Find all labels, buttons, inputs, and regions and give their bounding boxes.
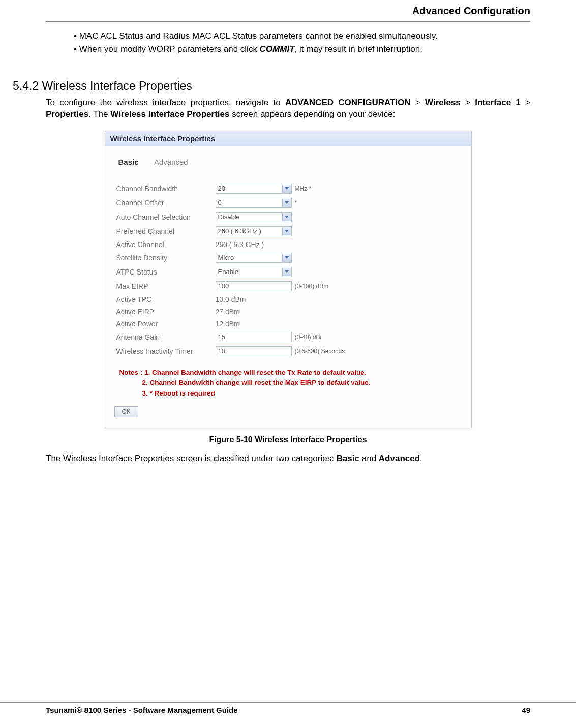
bullet-text: • When you modify WORP parameters and cl… — [74, 44, 260, 54]
select-channel-offset[interactable]: 0 — [216, 198, 292, 208]
select-preferred-channel[interactable]: 260 ( 6.3GHz ) — [216, 226, 292, 236]
page-footer: Tsunami® 8100 Series - Software Manageme… — [0, 702, 576, 719]
select-satellite-density[interactable]: Micro — [216, 253, 292, 263]
input-max-eirp[interactable]: 100 — [216, 281, 292, 291]
bullet-mark: • — [74, 31, 79, 41]
figure-caption: Figure 5-10 Wireless Interface Propertie… — [46, 435, 530, 444]
input-value: 100 — [218, 282, 229, 290]
value-active-tpc: 10.0 dBm — [216, 295, 246, 304]
ok-button[interactable]: OK — [114, 406, 138, 417]
commit-keyword: COMMIT — [260, 44, 295, 54]
nav-sep: > — [461, 98, 475, 107]
label-channel-bandwidth: Channel Bandwidth — [116, 185, 216, 193]
select-atpc-status[interactable]: Enable — [216, 267, 292, 277]
section-heading: 5.4.2 Wireless Interface Properties — [13, 79, 530, 93]
tab-bar: Basic Advanced — [116, 156, 460, 168]
nav-path: Wireless — [425, 98, 461, 107]
suffix-mhz: MHz * — [295, 185, 312, 192]
value-active-channel: 260 ( 6.3 GHz ) — [216, 240, 264, 249]
bullet-item: • When you modify WORP parameters and cl… — [74, 43, 530, 56]
label-atpc-status: ATPC Status — [116, 268, 216, 276]
input-value: 15 — [218, 333, 225, 341]
footer-page-number: 49 — [522, 706, 530, 714]
label-preferred-channel: Preferred Channel — [116, 227, 216, 235]
notes-block: Notes : 1. Channel Bandwidth change will… — [119, 368, 460, 400]
select-value: 0 — [218, 199, 222, 206]
select-channel-bandwidth[interactable]: 20 — [216, 184, 292, 194]
label-antenna-gain: Antenna Gain — [116, 333, 216, 341]
nav-path: ADVANCED CONFIGURATION — [285, 98, 411, 107]
label-max-eirp: Max EIRP — [116, 282, 216, 290]
post-text: and — [359, 453, 379, 463]
label-inactivity-timer: Wireless Inactivity Timer — [116, 347, 216, 355]
nav-sep: > — [411, 98, 425, 107]
select-value: 260 ( 6.3GHz ) — [218, 227, 261, 235]
post-text: The Wireless Interface Properties screen… — [46, 453, 337, 463]
section-title: Wireless Interface Properties — [42, 79, 192, 93]
screen-name: Wireless Interface Properties — [110, 109, 229, 119]
input-antenna-gain[interactable]: 15 — [216, 332, 292, 342]
chevron-down-icon — [282, 199, 291, 207]
chevron-down-icon — [282, 185, 291, 193]
category-basic: Basic — [337, 453, 359, 463]
label-satellite-density: Satellite Density — [116, 254, 216, 262]
label-active-channel: Active Channel — [116, 240, 216, 249]
tab-advanced[interactable]: Advanced — [152, 156, 199, 168]
input-inactivity-timer[interactable]: 10 — [216, 346, 292, 356]
notes-prefix: Notes : — [119, 369, 145, 376]
chevron-down-icon — [282, 213, 291, 221]
post-paragraph: The Wireless Interface Properties screen… — [46, 453, 530, 464]
select-acs[interactable]: Disable — [216, 212, 292, 222]
intro-text: . The — [88, 109, 110, 119]
note-1: 1. Channel Bandwidth change will reset t… — [144, 369, 367, 376]
intro-text: screen appears depending on your device: — [229, 109, 395, 119]
nav-path: Interface 1 — [475, 98, 521, 107]
chevron-down-icon — [282, 254, 291, 262]
note-2: 2. Channel Bandwidth change will reset t… — [142, 379, 371, 386]
wip-panel: Wireless Interface Properties Basic Adva… — [105, 131, 472, 429]
page-header: Advanced Configuration — [46, 5, 530, 17]
category-advanced: Advanced — [379, 453, 420, 463]
divider — [46, 21, 530, 22]
footer-left: Tsunami® 8100 Series - Software Manageme… — [46, 706, 238, 714]
chevron-down-icon — [282, 268, 291, 276]
section-number: 5.4.2 — [13, 79, 39, 93]
select-value: Micro — [218, 254, 234, 261]
label-active-eirp: Active EIRP — [116, 308, 216, 316]
tab-basic[interactable]: Basic — [116, 156, 150, 168]
bullet-text: , it may result in brief interruption. — [295, 44, 422, 54]
bullet-text: MAC ACL Status and Radius MAC ACL Status… — [79, 31, 438, 41]
note-3: 3. * Reboot is required — [142, 389, 215, 397]
bullet-item: • MAC ACL Status and Radius MAC ACL Stat… — [74, 29, 530, 43]
value-active-power: 12 dBm — [216, 320, 240, 328]
suffix-inactivity-timer: (0,5-600) Seconds — [295, 348, 345, 355]
select-value: Enable — [218, 268, 238, 276]
label-acs: Auto Channel Selection — [116, 213, 216, 221]
select-value: Disable — [218, 213, 240, 221]
input-value: 10 — [218, 347, 225, 355]
value-active-eirp: 27 dBm — [216, 308, 240, 316]
post-text: . — [420, 453, 422, 463]
select-value: 20 — [218, 185, 225, 192]
suffix-asterisk: * — [295, 199, 297, 206]
intro-paragraph: To configure the wireless interface prop… — [46, 97, 530, 120]
intro-text: To configure the wireless interface prop… — [46, 98, 285, 107]
chevron-down-icon — [282, 227, 291, 235]
label-channel-offset: Channel Offset — [116, 199, 216, 207]
suffix-max-eirp: (0-100) dBm — [295, 283, 329, 290]
label-active-power: Active Power — [116, 320, 216, 328]
nav-sep: > — [521, 98, 530, 107]
nav-path: Properties — [46, 109, 88, 119]
panel-title: Wireless Interface Properties — [105, 131, 471, 146]
label-active-tpc: Active TPC — [116, 295, 216, 304]
suffix-antenna-gain: (0-40) dBi — [295, 333, 322, 341]
